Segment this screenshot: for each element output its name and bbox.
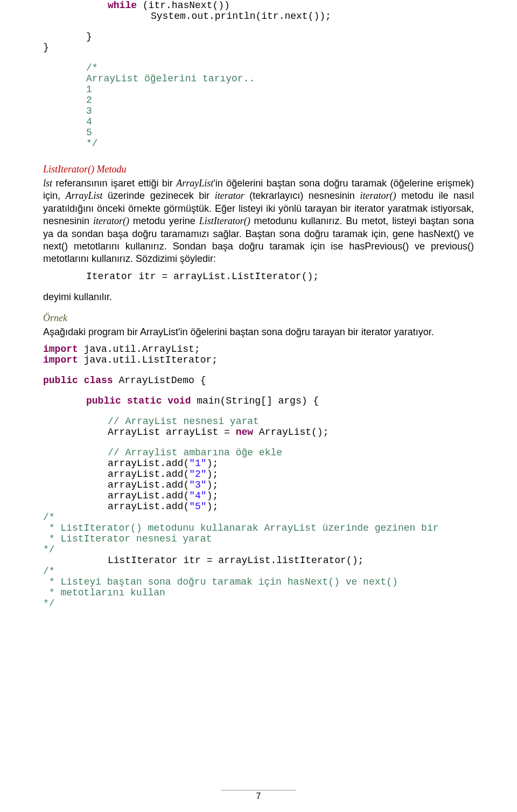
- brace-outer: }: [43, 42, 474, 53]
- cond: (itr.hasNext()): [137, 0, 230, 11]
- code-block-top: while (itr.hasNext()) System.out.println…: [43, 0, 474, 149]
- comment-3: 3: [43, 106, 474, 116]
- section-heading: ListIterator() Metodu: [43, 164, 474, 175]
- brace-inner: }: [43, 31, 474, 42]
- comment-2: 2: [43, 95, 474, 106]
- code-block-example: import java.util.ArrayList; import java.…: [43, 344, 474, 609]
- comment-5: 5: [43, 127, 474, 138]
- bcomment1-close: */: [43, 544, 474, 555]
- kw-void: void: [167, 395, 191, 406]
- str-5: "5": [189, 501, 206, 512]
- kw-import-2: import: [43, 355, 78, 365]
- import-2: java.util.ListIterator;: [78, 355, 218, 365]
- bcomment2-open: /*: [43, 566, 474, 577]
- it-arraylist-1: ArrayList: [176, 178, 213, 189]
- bcomment2-l2: * metotlarını kullan: [43, 587, 474, 598]
- add-suf-3: );: [207, 480, 219, 490]
- bcomment2-l1: * Listeyi baştan sona doğru taramak için…: [43, 577, 474, 587]
- txt-d: (tekrarlayıcı) nesnesinin: [244, 190, 360, 201]
- paragraph-main: lst referansının işaret ettiği bir Array…: [43, 177, 474, 266]
- add-pre-1: arrayList.add(: [108, 458, 189, 469]
- kw-import-1: import: [43, 344, 78, 355]
- str-3: "3": [189, 480, 206, 490]
- class-name: ArrayListDemo {: [113, 375, 206, 386]
- comment-create-arraylist: // ArrayList nesnesi yarat: [43, 416, 474, 427]
- it-listiteratorfn: ListIterator(): [199, 216, 250, 226]
- comment-4: 4: [43, 116, 474, 127]
- str-2: "2": [189, 469, 206, 480]
- add-pre-3: arrayList.add(: [108, 480, 189, 490]
- add-suf-4: );: [207, 490, 219, 501]
- comment-add-items: // Arraylist ambarına öğe ekle: [43, 447, 474, 458]
- kw-class: class: [84, 375, 113, 386]
- comment-close: */: [43, 138, 474, 149]
- add-suf-5: );: [207, 501, 219, 512]
- comment-open: /*: [43, 63, 474, 73]
- kw-static: static: [127, 395, 162, 406]
- add-suf-2: );: [207, 469, 219, 480]
- main-decl: main(String[] args) {: [191, 395, 319, 406]
- import-1: java.util.ArrayList;: [78, 344, 200, 355]
- new-arraylist-pre: ArrayList arrayList =: [108, 427, 236, 438]
- code-iterator-decl: Iterator itr = arrayList.ListIterator();: [43, 271, 474, 282]
- println-line: System.out.println(itr.next());: [43, 11, 474, 22]
- deyimi-text: deyimi kullanılır.: [43, 292, 474, 303]
- add-pre-4: arrayList.add(: [108, 490, 189, 501]
- bcomment1-l1: * ListIterator() metodunu kullanarak Arr…: [43, 523, 474, 533]
- kw-public-2: public: [86, 395, 121, 406]
- txt-c: üzerinde gezinecek bir: [103, 190, 215, 201]
- paragraph-example: Aşağıdaki program bir ArrayList'in öğele…: [43, 326, 474, 338]
- it-iterator: iterator: [215, 190, 244, 201]
- str-1: "1": [189, 458, 206, 469]
- comment-line: ArrayList öğelerini tarıyor..: [43, 73, 474, 84]
- it-iteratorfn-1: iterator(): [360, 190, 396, 201]
- str-4: "4": [189, 490, 206, 501]
- kw-while: while: [108, 0, 137, 11]
- new-arraylist-post: ArrayList();: [253, 427, 329, 438]
- kw-new: new: [236, 427, 253, 438]
- txt-a: referansının işaret ettiği bir: [52, 178, 176, 189]
- page-number: 7: [0, 792, 517, 801]
- it-arraylist-2: ArrayList: [66, 190, 103, 201]
- listiterator-line: ListIterator itr = arrayList.listIterato…: [43, 555, 474, 566]
- txt-f: metodu yerine: [129, 216, 199, 226]
- page-footer: 7: [0, 790, 517, 801]
- kw-public-1: public: [43, 375, 78, 386]
- add-suf-1: );: [207, 458, 219, 469]
- add-pre-5: arrayList.add(: [108, 501, 189, 512]
- it-lst: lst: [43, 178, 52, 189]
- bcomment2-close: */: [43, 598, 474, 609]
- bcomment1-l2: * ListIterator nesnesi yarat: [43, 533, 474, 544]
- bcomment1-open: /*: [43, 512, 474, 523]
- add-pre-2: arrayList.add(: [108, 469, 189, 480]
- comment-1: 1: [43, 84, 474, 95]
- ornek-heading: Örnek: [43, 313, 474, 324]
- it-iteratorfn-2: iterator(): [93, 216, 129, 226]
